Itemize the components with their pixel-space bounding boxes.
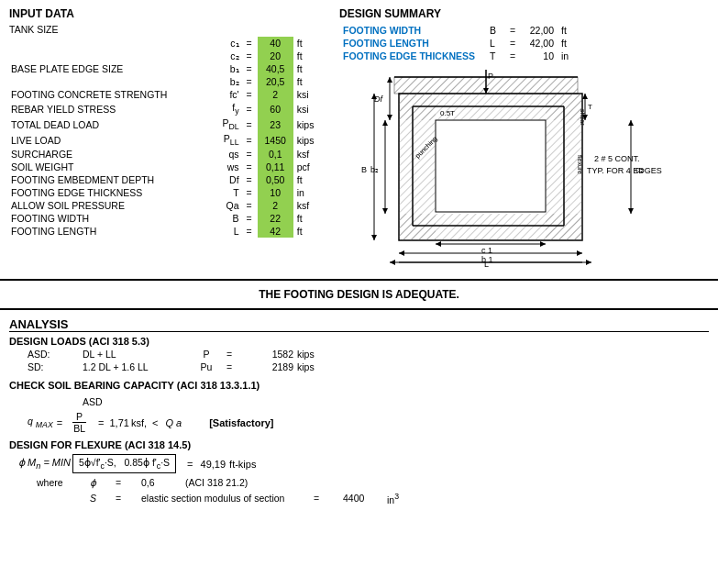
- input-value: 22: [258, 212, 293, 225]
- input-value: 2: [258, 199, 293, 212]
- summary-eq: =: [504, 37, 521, 50]
- summary-sym: L: [486, 37, 504, 50]
- input-eq: =: [241, 62, 258, 75]
- s-unit: in3: [387, 492, 399, 505]
- input-label: FOOTING WIDTH: [9, 212, 207, 225]
- input-unit: ft: [293, 62, 321, 75]
- input-table-row: BASE PLATE EDGE SIZEb₁=40,5ft: [9, 62, 321, 75]
- input-value: 10: [258, 186, 293, 199]
- input-sym: fy: [207, 101, 241, 116]
- flexure-title: DESIGN FOR FLEXURE (ACI 318 14.5): [9, 439, 709, 450]
- where-phi-row: where ϕ = 0,6 (ACI 318 21.2): [37, 477, 709, 488]
- input-sym: B: [207, 212, 241, 225]
- asd-row: ASD: DL + LL P = 1582 kips: [9, 349, 709, 360]
- summary-table-row: FOOTING LENGTHL=42,00ft: [339, 37, 572, 50]
- phi-mn-label: ϕ Mn = MIN: [18, 457, 71, 471]
- svg-rect-9: [436, 120, 546, 212]
- input-eq: =: [241, 50, 258, 62]
- input-eq: =: [241, 225, 258, 238]
- input-eq: =: [241, 148, 258, 161]
- summary-table: FOOTING WIDTHB=22,00ftFOOTING LENGTHL=42…: [339, 24, 572, 62]
- input-data-panel: INPUT DATA TANK SIZE c₁=40ftc₂=20ftBASE …: [9, 7, 321, 272]
- input-value: 20,5: [258, 75, 293, 88]
- input-unit: in: [293, 186, 321, 199]
- asd-eq-sign: =: [220, 349, 238, 360]
- input-unit: ksi: [293, 101, 321, 116]
- input-label: TOTAL DEAD LOAD: [9, 116, 207, 132]
- input-eq: =: [241, 101, 258, 116]
- input-label: [9, 75, 207, 88]
- input-label: FOOTING EDGE THICKNESS: [9, 186, 207, 199]
- svg-marker-5: [387, 115, 392, 120]
- p-over-bl: P BL: [70, 411, 89, 434]
- input-eq: =: [241, 173, 258, 186]
- input-label: BASE PLATE EDGE SIZE: [9, 62, 207, 75]
- s-eq2: =: [314, 493, 332, 504]
- summary-val: 10: [521, 50, 558, 62]
- input-sym: Qa: [207, 199, 241, 212]
- input-sym: c₁: [207, 37, 241, 50]
- summary-eq: =: [504, 50, 521, 62]
- satisfactory-label: [Satisfactory]: [209, 417, 273, 428]
- input-label: FOOTING EMBEDMENT DEPTH: [9, 173, 207, 186]
- phi-val: 0,6: [141, 477, 178, 488]
- soil-unit: ksf,: [131, 417, 147, 428]
- phi-sym: ϕ: [90, 477, 108, 488]
- input-sym: PLL: [207, 132, 241, 148]
- input-unit: kips: [293, 132, 321, 148]
- svg-marker-39: [586, 260, 591, 265]
- flexure-eq-sign: =: [187, 459, 193, 470]
- asd-header: ASD: [83, 396, 103, 407]
- input-label: ALLOW SOIL PRESSURE: [9, 199, 207, 212]
- sd-equation: 1.2 DL + 1.6 LL: [83, 361, 193, 372]
- t-label: T: [588, 103, 592, 111]
- s-sym: S: [90, 493, 108, 504]
- input-label: SURCHARGE: [9, 148, 207, 161]
- flexure-unit: ft-kips: [229, 459, 256, 470]
- svg-marker-26: [382, 208, 388, 214]
- tank-size-label: TANK SIZE: [9, 24, 321, 35]
- input-unit: ft: [293, 225, 321, 238]
- input-label: FOOTING LENGTH: [9, 225, 207, 238]
- svg-marker-22: [436, 241, 441, 247]
- design-loads-title: DESIGN LOADS (ACI 318 5.3): [9, 336, 709, 347]
- input-table-row: FOOTING CONCRETE STRENGTHfc'=2ksi: [9, 88, 321, 101]
- svg-marker-19: [582, 94, 588, 99]
- s-description: elastic section modulus of section: [141, 493, 306, 504]
- l-label: L: [484, 260, 489, 267]
- soil-check-title: CHECK SOIL BEARING CAPACITY (ACI 318 13.…: [9, 380, 709, 391]
- q-max-label: q MAX: [28, 416, 53, 429]
- summary-val: 22,00: [521, 24, 558, 37]
- p-numerator: P: [72, 411, 86, 423]
- input-sym: fc': [207, 88, 241, 101]
- input-unit: ksf: [293, 199, 321, 212]
- b2-label: b₂: [370, 165, 379, 174]
- input-value: 0,50: [258, 173, 293, 186]
- svg-rect-13: [399, 214, 582, 240]
- summary-sym: T: [486, 50, 504, 62]
- soil-lt: <: [152, 417, 158, 428]
- input-label: SOIL WEIGHT: [9, 161, 207, 173]
- summary-table-row: FOOTING EDGE THICKNESST=10in: [339, 50, 572, 62]
- input-table: c₁=40ftc₂=20ftBASE PLATE EDGE SIZEb₁=40,…: [9, 37, 321, 238]
- input-eq: =: [241, 132, 258, 148]
- input-table-row: SURCHARGEqs=0,1ksf: [9, 148, 321, 161]
- half-t-label: 0.5T: [440, 109, 455, 117]
- phi-note: (ACI 318 21.2): [185, 477, 248, 488]
- input-eq: =: [241, 116, 258, 132]
- input-table-row: c₁=40ft: [9, 37, 321, 50]
- input-eq: =: [241, 37, 258, 50]
- input-table-row: TOTAL DEAD LOADPDL=23kips: [9, 116, 321, 132]
- design-summary-title: DESIGN SUMMARY: [339, 7, 709, 20]
- summary-unit: ft: [558, 24, 572, 37]
- input-sym: T: [207, 186, 241, 199]
- summary-label: FOOTING WIDTH: [339, 24, 486, 37]
- summary-sym: B: [486, 24, 504, 37]
- flexure-args: 5ϕ√f'c·S, 0.85ϕ f'c·S: [72, 454, 176, 473]
- c2-label: c₂: [635, 165, 644, 174]
- input-sym: ws: [207, 161, 241, 173]
- svg-marker-35: [577, 250, 582, 256]
- input-value: 0,11: [258, 161, 293, 173]
- input-eq: =: [241, 199, 258, 212]
- input-unit: ft: [293, 50, 321, 62]
